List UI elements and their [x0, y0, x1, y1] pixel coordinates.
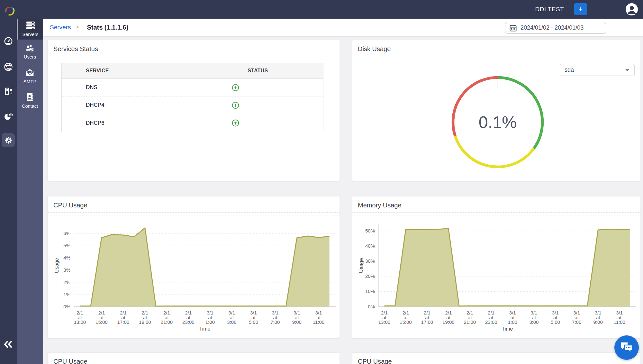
chat-support-button[interactable] [614, 335, 639, 360]
svg-text:3%: 3% [63, 267, 70, 273]
service-status-cell [193, 119, 323, 127]
card-title: Services Status [53, 45, 98, 53]
service-name: DNS [62, 84, 193, 91]
svg-text:3:00: 3:00 [529, 319, 539, 325]
collapse-sidebar-button[interactable] [0, 336, 17, 353]
svg-text:17:00: 17:00 [117, 319, 130, 325]
breadcrumb-bar: Servers > Stats (1.1.1.6) 2024/01/02 - 2… [43, 19, 643, 36]
svg-text:50%: 50% [365, 228, 375, 233]
svg-text:5:00: 5:00 [249, 319, 258, 325]
svg-text:15:00: 15:00 [400, 319, 412, 325]
service-row-dhcp6: DHCP6 [62, 114, 323, 132]
user-avatar[interactable] [626, 3, 638, 15]
person-icon [626, 3, 638, 15]
status-up-icon [232, 102, 239, 109]
svg-text:11:00: 11:00 [313, 319, 324, 325]
svg-text:3:00: 3:00 [227, 319, 236, 325]
svg-text:1:00: 1:00 [508, 319, 517, 325]
memory-usage-chart: 0%10%20%30%40%50%2/1at13:002/1at15:002/1… [352, 196, 641, 339]
sidebar-item-reports[interactable] [0, 105, 17, 126]
services-status-card: Services Status SERVICE STATUS DNSDHCP4D… [48, 40, 340, 181]
breadcrumb: Servers > Stats (1.1.1.6) [50, 19, 128, 36]
svg-text:6%: 6% [63, 231, 70, 236]
status-up-icon [232, 84, 239, 91]
svg-text:9:00: 9:00 [593, 319, 603, 325]
sidebar-item-label: Servers [23, 32, 39, 37]
add-button[interactable]: + [574, 3, 587, 15]
svg-text:2%: 2% [63, 279, 70, 285]
users-icon [25, 44, 35, 52]
svg-text:21:00: 21:00 [464, 319, 476, 325]
service-row-dhcp4: DHCP4 [62, 96, 323, 114]
org-label: DDI TEST [535, 0, 564, 19]
svg-text:5:00: 5:00 [551, 319, 560, 325]
sidebar-item-settings[interactable] [0, 130, 17, 150]
card-title: CPU Usage [358, 358, 392, 364]
chat-icon [620, 341, 633, 354]
svg-text:19:00: 19:00 [442, 319, 455, 325]
svg-text:30%: 30% [365, 258, 375, 264]
sidebar-item-label: Contact [22, 104, 38, 109]
card-title: CPU Usage [53, 358, 87, 364]
date-range-picker[interactable]: 2024/01/02 - 2024/01/03 [505, 22, 606, 34]
collapse-chevrons-icon [4, 340, 13, 349]
svg-text:9:00: 9:00 [292, 319, 302, 325]
svg-text:20%: 20% [365, 273, 375, 279]
svg-text:15:00: 15:00 [95, 319, 108, 325]
svg-text:Usage: Usage [358, 258, 364, 273]
sidebar-item-users[interactable]: Users [17, 40, 43, 64]
services-table: SERVICE STATUS DNSDHCP4DHCP6 [61, 63, 323, 132]
svg-text:23:00: 23:00 [182, 319, 195, 325]
servers-icon [26, 21, 35, 30]
svg-text:Usage: Usage [54, 258, 59, 273]
svg-text:7:00: 7:00 [572, 319, 581, 325]
column-header-status: STATUS [193, 68, 323, 74]
svg-text:19:00: 19:00 [139, 319, 151, 325]
breadcrumb-separator: > [76, 24, 79, 31]
smtp-icon [25, 68, 34, 77]
sidebar-item-servers[interactable]: Servers [17, 19, 43, 40]
contact-icon [26, 93, 34, 101]
dns-globe-icon: DNS [3, 61, 14, 72]
svg-text:40%: 40% [365, 243, 375, 249]
svg-text:Time: Time [199, 326, 211, 332]
date-range-value: 2024/01/02 - 2024/01/03 [521, 24, 584, 31]
sidebar-item-dashboard[interactable] [0, 31, 17, 51]
service-status-cell [193, 84, 323, 91]
service-status-cell [193, 102, 323, 109]
column-header-service: SERVICE [62, 68, 193, 74]
svg-text:7:00: 7:00 [270, 319, 280, 325]
svg-text:5%: 5% [63, 243, 70, 248]
sidebar-item-label: Users [24, 54, 36, 59]
cpu-usage-card-3: CPU Usage [352, 352, 641, 364]
page-title: Stats (1.1.1.6) [87, 24, 128, 31]
svg-text:0.1%: 0.1% [479, 113, 517, 132]
sidebar-item-contact[interactable]: Contact [17, 88, 43, 113]
service-name: DHCP6 [62, 120, 193, 126]
service-name: DHCP4 [62, 102, 193, 108]
svg-text:13:00: 13:00 [74, 319, 86, 325]
svg-text:0%: 0% [368, 304, 375, 309]
cpu-usage-chart: 0%1%2%3%4%5%6%2/1at13:002/1at15:002/1at1… [48, 196, 340, 339]
svg-text:0%: 0% [63, 304, 70, 309]
breadcrumb-link-servers[interactable]: Servers [50, 24, 71, 31]
sidebar-item-label: SMTP [23, 79, 36, 84]
svg-text:23:00: 23:00 [485, 319, 497, 325]
svg-text:1%: 1% [63, 292, 70, 297]
settings-wrench-icon [4, 135, 13, 145]
sidebar-item-smtp[interactable]: SMTP [17, 64, 43, 88]
dashboard-icon [3, 36, 14, 46]
memory-usage-card: Memory Usage 0%10%20%30%40%50%2/1at13:00… [352, 196, 641, 338]
status-up-icon [232, 119, 239, 127]
svg-text:17:00: 17:00 [421, 319, 433, 325]
service-row-dns: DNS [62, 79, 323, 96]
svg-text:Time: Time [502, 326, 513, 332]
svg-text:13:00: 13:00 [378, 319, 391, 325]
disk-usage-card: Disk Usage sda 0.1% [352, 40, 641, 181]
sidebar-item-devices[interactable] [0, 81, 17, 102]
section-sidebar: Servers Users SMTP [17, 19, 43, 364]
cpu-usage-card: CPU Usage 0%1%2%3%4%5%6%2/1at13:002/1at1… [48, 196, 340, 338]
sidebar-item-dns[interactable]: DNS [0, 57, 17, 77]
svg-text:DNS: DNS [6, 67, 12, 70]
svg-text:4%: 4% [63, 255, 70, 260]
